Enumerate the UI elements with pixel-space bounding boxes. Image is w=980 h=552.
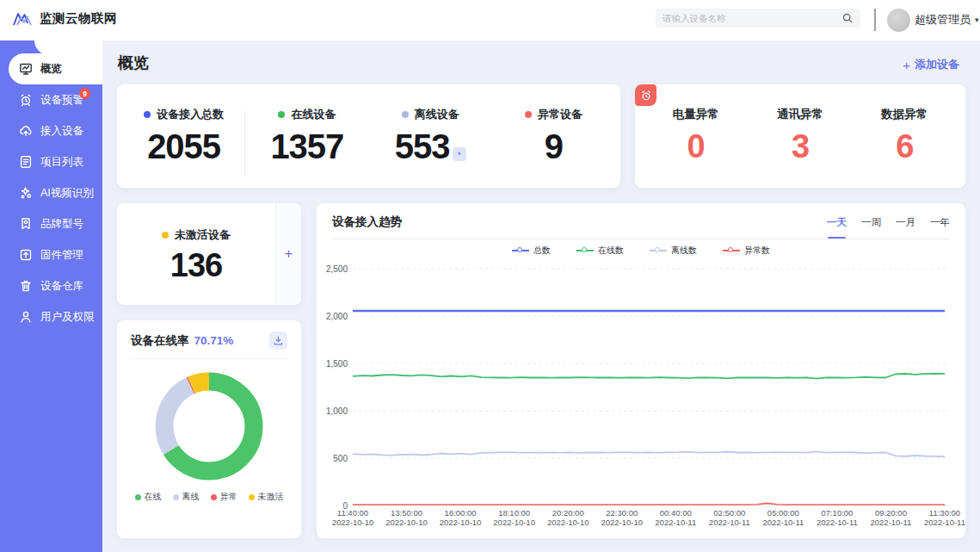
project-list-icon [19, 155, 33, 169]
sidebar-item-8[interactable]: 用户及权限 [0, 301, 102, 332]
donut-legend-item-在线[interactable]: 在线 [135, 491, 162, 503]
stat-label-row: 离线设备 [369, 107, 492, 122]
svg-text:2022-10-11: 2022-10-11 [924, 518, 965, 527]
add-device-button[interactable]: + 添加设备 [903, 57, 959, 72]
stat-value-row: 553 [369, 129, 492, 164]
inactive-devices-body: 未激活设备 136 [117, 203, 275, 305]
stat-dot [278, 111, 285, 118]
svg-text:2,000: 2,000 [326, 312, 348, 321]
svg-text:05:00:00: 05:00:00 [767, 508, 799, 518]
stat-value-row: 9 [492, 129, 615, 164]
logo-icon [12, 11, 33, 27]
inactive-add-button[interactable]: + [275, 203, 301, 305]
legend-label: 在线 [145, 491, 162, 503]
search-input[interactable] [663, 13, 841, 23]
sidebar-item-4[interactable]: AI视频识别 [0, 177, 102, 208]
sidebar-item-label: AI视频识别 [40, 186, 94, 201]
trend-line-chart: 05001,0001,5002,0002,50011:40:002022-10-… [317, 251, 965, 539]
svg-text:16:00:00: 16:00:00 [445, 508, 477, 518]
tab-一天[interactable]: 一天 [827, 216, 847, 229]
sidebar-menu: 概览设备预警9接入设备项目列表AI视频识别品牌型号固件管理设备仓库用户及权限 [0, 53, 102, 332]
svg-text:13:50:00: 13:50:00 [391, 508, 422, 518]
inactive-dot [162, 232, 169, 239]
search-box [656, 9, 860, 28]
series-在线数 [353, 374, 945, 379]
sidebar-item-1[interactable]: 设备预警9 [0, 84, 102, 115]
legend-dot [211, 494, 217, 500]
donut-legend-item-未激活[interactable]: 未激活 [249, 491, 284, 503]
download-icon [273, 335, 284, 346]
page-title: 概览 [118, 53, 149, 73]
trend-chart-card: 设备接入趋势 一天一周一月一年 总数在线数离线数异常数 05001,0001,5… [317, 203, 965, 538]
alert-column-0: 电量异常0 [644, 107, 748, 188]
header-divider [874, 9, 876, 31]
sidebar-item-label: 接入设备 [40, 124, 83, 139]
add-device-label: 添加设备 [915, 57, 959, 72]
avatar[interactable] [887, 9, 910, 32]
sidebar-item-label: 品牌型号 [40, 217, 83, 232]
svg-text:11:40:00: 11:40:00 [337, 508, 368, 518]
sidebar-item-0[interactable]: 概览 [9, 53, 102, 84]
stat-column-1: 在线设备1357 [245, 107, 368, 188]
tab-一周[interactable]: 一周 [861, 216, 881, 229]
svg-text:2022-10-10: 2022-10-10 [547, 518, 589, 527]
sidebar-item-label: 固件管理 [40, 248, 83, 263]
sidebar-item-6[interactable]: 固件管理 [0, 239, 102, 270]
stat-label: 离线设备 [415, 107, 459, 122]
sidebar-item-7[interactable]: 设备仓库 [0, 270, 102, 301]
sidebar-item-5[interactable]: 品牌型号 [0, 208, 102, 239]
sidebar-item-label: 用户及权限 [40, 310, 95, 325]
svg-text:11:30:00: 11:30:00 [929, 508, 960, 518]
plus-icon: + [903, 58, 910, 72]
svg-text:07:10:00: 07:10:00 [821, 508, 853, 518]
alarm-icon [19, 93, 33, 107]
svg-text:500: 500 [333, 454, 348, 463]
alert-value: 3 [748, 130, 852, 163]
tab-一月[interactable]: 一月 [896, 216, 915, 229]
device-stats-card: 设备接入总数2055在线设备1357离线设备553异常设备9 [117, 84, 620, 188]
alert-value: 0 [644, 130, 748, 163]
alert-count-badge: 9 [79, 88, 90, 99]
sidebar-item-3[interactable]: 项目列表 [0, 146, 102, 177]
svg-text:02:50:00: 02:50:00 [713, 508, 745, 518]
alert-label: 数据异常 [853, 107, 957, 122]
inactive-devices-card: 未激活设备 136 + [117, 203, 301, 305]
sidebar-item-label: 项目列表 [40, 155, 83, 170]
stat-column-0: 设备接入总数2055 [122, 107, 245, 188]
stat-label: 在线设备 [291, 107, 336, 122]
donut-legend-item-异常[interactable]: 异常 [211, 491, 237, 503]
tab-一年[interactable]: 一年 [930, 216, 950, 229]
svg-text:2022-10-10: 2022-10-10 [493, 518, 535, 527]
svg-text:22:30:00: 22:30:00 [606, 508, 638, 518]
stat-column-2: 离线设备553 [369, 107, 492, 188]
legend-label: 离线 [182, 491, 200, 503]
svg-text:1,000: 1,000 [326, 406, 348, 416]
alerts-card: 电量异常0通讯异常3数据异常6 [635, 84, 965, 188]
svg-text:2022-10-10: 2022-10-10 [601, 518, 643, 527]
alert-value: 6 [853, 130, 957, 163]
alert-column-1: 通讯异常3 [748, 107, 852, 188]
stat-dot [144, 111, 151, 118]
svg-text:2022-10-11: 2022-10-11 [762, 518, 804, 527]
svg-text:2022-10-11: 2022-10-11 [655, 518, 696, 527]
line-chart-svg: 05001,0001,5002,0002,50011:40:002022-10-… [317, 251, 965, 536]
stat-dot [525, 111, 532, 118]
brand-model-icon [19, 217, 33, 231]
inactive-devices-label-row: 未激活设备 [162, 227, 231, 243]
user-menu[interactable]: 超级管理员 ▾ [915, 12, 979, 28]
alarm-badge [635, 84, 656, 106]
download-button[interactable] [269, 332, 287, 350]
stat-value: 553 [395, 129, 450, 164]
stat-label-row: 设备接入总数 [122, 107, 245, 122]
stat-label: 异常设备 [538, 107, 582, 122]
alert-label: 电量异常 [644, 107, 748, 122]
donut-legend-item-离线[interactable]: 离线 [173, 491, 200, 503]
svg-text:2022-10-10: 2022-10-10 [440, 518, 482, 527]
search-icon[interactable] [841, 12, 854, 24]
app-title: 监测云物联网 [40, 10, 117, 27]
sidebar-item-label: 概览 [40, 62, 62, 77]
alert-column-2: 数据异常6 [853, 107, 957, 188]
sidebar-item-label: 设备预警 [40, 93, 83, 108]
sidebar-item-2[interactable]: 接入设备 [0, 115, 102, 146]
donut-legend: 在线离线异常未激活 [131, 491, 287, 503]
